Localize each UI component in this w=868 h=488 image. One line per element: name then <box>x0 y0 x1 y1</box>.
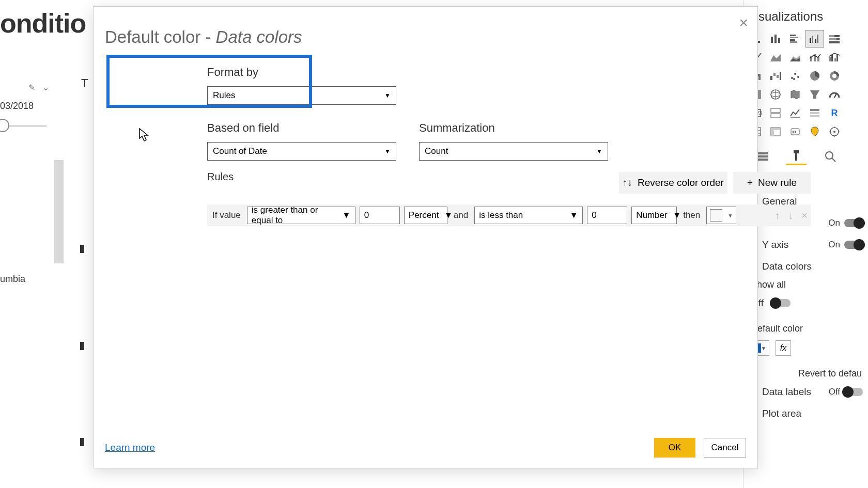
stacked-column-chart-icon[interactable] <box>766 30 785 48</box>
format-card-data-colors[interactable]: ⌄ Data colors <box>743 256 868 277</box>
waterfall-chart-icon[interactable] <box>766 67 785 85</box>
svg-rect-61 <box>771 128 780 130</box>
report-title-fragment: onditio <box>0 8 86 39</box>
color-swatch <box>710 209 722 222</box>
based-on-field-value: Count of Date <box>213 146 267 156</box>
format-by-value: Rules <box>213 90 235 101</box>
svg-rect-53 <box>810 115 819 117</box>
svg-point-34 <box>794 73 796 75</box>
rule-color-picker[interactable]: ▼ <box>706 207 736 224</box>
reverse-color-order-button[interactable]: ↑↓ Reverse color order <box>619 172 727 194</box>
move-up-icon[interactable]: ↑ <box>774 210 780 222</box>
plot-area-label: Plot area <box>762 408 801 419</box>
value-1-input[interactable] <box>360 207 400 224</box>
format-by-dropdown[interactable]: Rules ▼ <box>207 86 396 105</box>
rules-label: Rules <box>207 171 234 183</box>
format-tab[interactable] <box>786 148 807 165</box>
axis-tick <box>80 245 84 253</box>
format-card-data-labels[interactable]: ⌄ Data labels Off <box>743 381 868 403</box>
sort-icon: ↑↓ <box>623 177 632 188</box>
cancel-button[interactable]: Cancel <box>704 438 746 458</box>
plus-icon: + <box>747 177 753 188</box>
based-on-field-label: Based on field <box>207 121 396 135</box>
new-rule-label: New rule <box>758 177 797 188</box>
hundred-stacked-bar-icon[interactable] <box>825 30 844 48</box>
caret-down-icon: ▼ <box>673 210 681 221</box>
analytics-tab[interactable] <box>820 148 841 165</box>
revert-to-default-link[interactable]: Revert to defau <box>743 360 868 381</box>
kpi-icon[interactable] <box>786 104 804 122</box>
python-visual-icon[interactable] <box>786 123 804 140</box>
matrix-icon[interactable] <box>766 123 785 140</box>
toggle-on-text: On <box>828 218 840 228</box>
axis-label-fragment: umbia <box>0 274 25 285</box>
stacked-area-chart-icon[interactable] <box>786 49 804 66</box>
svg-rect-21 <box>817 57 819 61</box>
gauge-icon[interactable] <box>825 86 844 103</box>
ok-button[interactable]: OK <box>654 438 695 458</box>
svg-rect-23 <box>831 55 833 61</box>
letter-t: T <box>81 76 88 90</box>
svg-point-74 <box>826 152 833 159</box>
svg-rect-73 <box>795 153 797 161</box>
chart-scrollbar[interactable] <box>54 160 64 263</box>
learn-more-link[interactable]: Learn more <box>105 442 155 453</box>
svg-rect-32 <box>780 72 781 80</box>
unit-2-dropdown[interactable]: Number▼ <box>631 207 677 224</box>
operator-2-dropdown[interactable]: is less than▼ <box>474 207 583 224</box>
svg-rect-41 <box>757 90 761 99</box>
y-axis-toggle[interactable] <box>844 241 863 249</box>
pin-icon[interactable]: ✎ <box>28 83 35 92</box>
based-on-field-dropdown[interactable]: Count of Date ▼ <box>207 142 396 161</box>
r-visual-icon[interactable]: R <box>825 104 844 122</box>
svg-rect-22 <box>829 57 831 61</box>
clustered-column-chart-icon[interactable] <box>805 30 824 48</box>
area-chart-icon[interactable] <box>766 49 785 66</box>
format-card-y-axis[interactable]: ⌄ Y axis On <box>743 234 868 256</box>
summarization-label: Summarization <box>419 121 608 135</box>
format-card-plot-area[interactable]: ⌄ Plot area <box>743 403 868 424</box>
chevron-down-icon[interactable]: ⌄ <box>42 83 49 92</box>
dialog-title-prefix: Default color - <box>105 27 216 46</box>
svg-rect-52 <box>810 112 819 114</box>
svg-rect-18 <box>829 41 840 43</box>
conditional-formatting-fx-button[interactable]: fx <box>776 340 791 356</box>
pie-chart-icon[interactable] <box>805 67 824 85</box>
slicer-icon[interactable] <box>805 104 824 122</box>
summarization-dropdown[interactable]: Count ▼ <box>419 142 608 161</box>
unit-1-dropdown[interactable]: Percent▼ <box>404 207 447 224</box>
svg-rect-30 <box>773 73 776 76</box>
operator-1-dropdown[interactable]: is greater than or equal to▼ <box>247 207 355 224</box>
show-all-toggle[interactable] <box>772 299 791 307</box>
show-all-label: Show all <box>743 277 868 292</box>
value-2-input[interactable] <box>587 207 627 224</box>
line-clustered-column-icon[interactable] <box>825 49 844 66</box>
custom-visual-icon[interactable] <box>825 123 844 140</box>
map-icon[interactable] <box>766 86 785 103</box>
move-down-icon[interactable]: ↓ <box>788 210 793 222</box>
operator-1-value: is greater than or equal to <box>252 205 337 226</box>
svg-rect-7 <box>790 37 798 38</box>
data-labels-toggle[interactable] <box>844 388 863 396</box>
x-axis-toggle[interactable] <box>844 219 863 227</box>
funnel-icon[interactable] <box>805 86 824 103</box>
visualizations-pane: Visualizations 123 R <box>743 0 868 488</box>
close-icon[interactable]: × <box>739 14 748 32</box>
arcgis-map-icon[interactable] <box>805 123 824 140</box>
caret-down-icon: ▼ <box>384 92 391 99</box>
delete-rule-icon[interactable]: × <box>801 210 808 222</box>
format-pane-tabs <box>743 140 868 166</box>
clustered-bar-chart-icon[interactable] <box>786 30 804 48</box>
visualizations-title: Visualizations <box>743 0 868 30</box>
donut-chart-icon[interactable] <box>825 67 844 85</box>
new-rule-button[interactable]: + New rule <box>733 172 811 194</box>
multi-row-card-icon[interactable] <box>766 104 785 122</box>
svg-rect-17 <box>829 38 836 40</box>
slicer-handle[interactable] <box>0 119 9 132</box>
caret-down-icon: ▼ <box>596 148 602 155</box>
svg-rect-3 <box>771 37 773 43</box>
scatter-chart-icon[interactable] <box>786 67 804 85</box>
line-stacked-column-icon[interactable] <box>805 49 824 66</box>
svg-rect-25 <box>836 54 838 61</box>
filled-map-icon[interactable] <box>786 86 804 103</box>
